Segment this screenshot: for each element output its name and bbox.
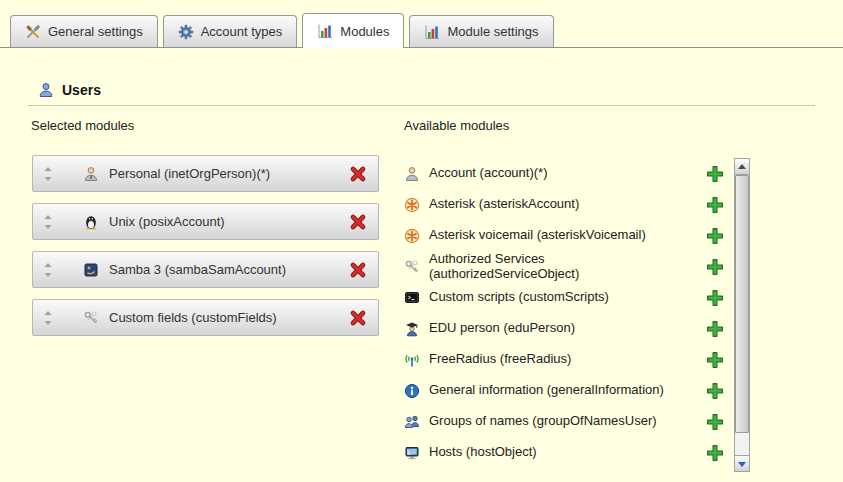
- selected-module-row-samba: Samba 3 (sambaSamAccount): [32, 251, 379, 288]
- add-module-button[interactable]: [706, 413, 724, 431]
- scroll-up-button[interactable]: [735, 159, 749, 175]
- selected-module-label: Unix (posixAccount): [109, 214, 225, 229]
- available-module-row-authorized-services: Authorized Services (authorizedServiceOb…: [404, 251, 730, 282]
- available-module-row-hosts: Hosts (hostObject): [404, 437, 730, 468]
- section-header: Users: [38, 82, 101, 98]
- terminal-icon: [404, 290, 420, 306]
- selected-module-row-personal: Personal (inetOrgPerson)(*): [32, 155, 379, 192]
- asterisk-icon: [404, 197, 420, 213]
- tab-bar: General settings Account types: [0, 0, 843, 48]
- remove-module-button[interactable]: [348, 260, 368, 280]
- picture-icon: [83, 262, 99, 278]
- person-icon: [38, 82, 54, 98]
- add-module-button[interactable]: [706, 227, 724, 245]
- tab-label: Module settings: [447, 24, 538, 39]
- chart-icon: [317, 23, 333, 39]
- selected-module-row-unix: Unix (posixAccount): [32, 203, 379, 240]
- available-module-row-edu-person: EDU person (eduPerson): [404, 313, 730, 344]
- keys-icon: [404, 259, 420, 275]
- available-module-row-account: Account (account)(*): [404, 158, 730, 189]
- drag-handle-icon[interactable]: [43, 310, 53, 326]
- available-modules-scrollbar[interactable]: [734, 158, 750, 472]
- tools-icon: [25, 24, 41, 40]
- drag-handle-icon[interactable]: [43, 262, 53, 278]
- add-module-button[interactable]: [706, 165, 724, 183]
- tux-icon: [83, 214, 99, 230]
- section-divider: [28, 105, 815, 106]
- tab-label: General settings: [48, 24, 143, 39]
- available-module-row-asterisk-voicemail: Asterisk voicemail (asteriskVoicemail): [404, 220, 730, 251]
- person-icon: [83, 166, 99, 182]
- selected-modules-list: Personal (inetOrgPerson)(*) Unix (posixA…: [32, 155, 379, 336]
- available-module-label: EDU person (eduPerson): [429, 321, 679, 336]
- available-module-label: Hosts (hostObject): [429, 445, 679, 460]
- tab-module-settings[interactable]: Module settings: [409, 15, 553, 47]
- selected-module-label: Custom fields (customFields): [109, 310, 277, 325]
- add-module-button[interactable]: [706, 289, 724, 307]
- selected-module-label: Personal (inetOrgPerson)(*): [109, 166, 270, 181]
- keys-icon: [83, 310, 99, 326]
- available-module-label: Account (account)(*): [429, 166, 679, 181]
- add-module-button[interactable]: [706, 320, 724, 338]
- remove-module-button[interactable]: [348, 308, 368, 328]
- available-modules-list: Account (account)(*) Asterisk (asteriskA…: [404, 158, 730, 468]
- available-module-row-freeradius: FreeRadius (freeRadius): [404, 344, 730, 375]
- tab-account-types[interactable]: Account types: [163, 15, 298, 47]
- drag-handle-icon[interactable]: [43, 214, 53, 230]
- antenna-icon: [404, 352, 420, 368]
- scroll-down-button[interactable]: [735, 455, 749, 471]
- person-icon: [404, 166, 420, 182]
- gear-icon: [178, 24, 194, 40]
- group-icon: [404, 414, 420, 430]
- add-module-button[interactable]: [706, 382, 724, 400]
- tab-label: Account types: [201, 24, 283, 39]
- scrollbar-thumb[interactable]: [735, 175, 749, 433]
- tab-label: Modules: [340, 24, 389, 39]
- drag-handle-icon[interactable]: [43, 166, 53, 182]
- remove-module-button[interactable]: [348, 164, 368, 184]
- available-modules-label: Available modules: [404, 118, 509, 133]
- page-title: Users: [62, 82, 101, 98]
- asterisk-icon: [404, 228, 420, 244]
- add-module-button[interactable]: [706, 258, 724, 276]
- selected-module-row-custom-fields: Custom fields (customFields): [32, 299, 379, 336]
- add-module-button[interactable]: [706, 351, 724, 369]
- selected-modules-label: Selected modules: [31, 118, 134, 133]
- available-module-label: Authorized Services (authorizedServiceOb…: [429, 252, 679, 282]
- chart-icon: [424, 24, 440, 40]
- available-module-label: Groups of names (groupOfNamesUser): [429, 414, 679, 429]
- available-module-label: General information (generalInformation): [429, 383, 679, 398]
- available-module-row-custom-scripts: Custom scripts (customScripts): [404, 282, 730, 313]
- graduate-icon: [404, 321, 420, 337]
- monitor-icon: [404, 445, 420, 461]
- tab-modules[interactable]: Modules: [302, 13, 404, 48]
- available-module-label: Custom scripts (customScripts): [429, 290, 679, 305]
- selected-module-label: Samba 3 (sambaSamAccount): [109, 262, 286, 277]
- add-module-button[interactable]: [706, 444, 724, 462]
- add-module-button[interactable]: [706, 196, 724, 214]
- available-module-row-groups-of-names: Groups of names (groupOfNamesUser): [404, 406, 730, 437]
- remove-module-button[interactable]: [348, 212, 368, 232]
- tab-general-settings[interactable]: General settings: [10, 15, 158, 47]
- available-module-label: Asterisk voicemail (asteriskVoicemail): [429, 228, 679, 243]
- available-module-row-asterisk: Asterisk (asteriskAccount): [404, 189, 730, 220]
- available-module-label: Asterisk (asteriskAccount): [429, 197, 679, 212]
- available-module-label: FreeRadius (freeRadius): [429, 352, 679, 367]
- info-icon: [404, 383, 420, 399]
- available-module-row-general-information: General information (generalInformation): [404, 375, 730, 406]
